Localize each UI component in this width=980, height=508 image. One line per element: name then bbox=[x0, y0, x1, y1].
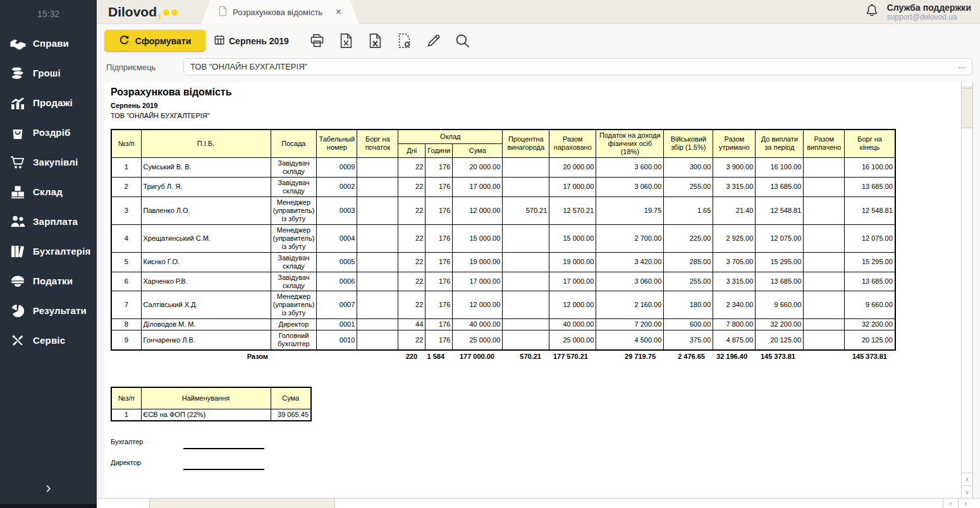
payroll-cell: 3 600.00 bbox=[596, 157, 664, 177]
report-settings-icon[interactable] bbox=[395, 32, 413, 50]
scroll-down-icon[interactable]: ∨ bbox=[962, 485, 972, 498]
payroll-cell: 7 800.00 bbox=[713, 319, 756, 330]
sidebar-item-purchases[interactable]: Закупівлі bbox=[0, 147, 97, 177]
tab-close-icon[interactable]: × bbox=[336, 7, 341, 17]
payroll-totals-row: Разом2201 584177 000.00570.21177 570.212… bbox=[111, 351, 889, 363]
payroll-cell bbox=[357, 157, 398, 177]
edit-icon[interactable] bbox=[424, 32, 442, 50]
payroll-cell bbox=[503, 252, 549, 272]
scroll-left-icon[interactable]: ‹ bbox=[943, 499, 958, 508]
sidebar-item-salary[interactable]: Зарплата bbox=[0, 207, 97, 236]
payroll-cell: 19 000.00 bbox=[549, 252, 596, 272]
tax-col-header: №з/п bbox=[111, 387, 141, 409]
payroll-cell: 9 660.00 bbox=[845, 291, 895, 319]
tax-row: 1ЄСВ на ФОП (22%)39 065.45 bbox=[111, 409, 311, 421]
payroll-row: 4Хрещатинський С.М.Менеджер (управитель)… bbox=[111, 224, 895, 252]
sidebar-item-sales[interactable]: Продажі bbox=[0, 88, 97, 118]
shopping-bag-icon bbox=[8, 125, 27, 140]
sidebar-item-warehouse[interactable]: Склад bbox=[0, 177, 97, 207]
payroll-cell bbox=[357, 224, 398, 252]
payroll-cell: 15 295.00 bbox=[845, 252, 895, 272]
payroll-cell: Гончаренко Л.В. bbox=[141, 330, 271, 350]
vertical-scrollbar-thumb[interactable] bbox=[962, 88, 972, 128]
payroll-cell: 22 bbox=[398, 291, 426, 319]
sidebar-item-label: Результати bbox=[33, 305, 87, 316]
export-pdf-icon[interactable] bbox=[337, 32, 355, 50]
tax-col-header: Сума bbox=[271, 387, 311, 409]
horizontal-scrollbar-thumb[interactable] bbox=[150, 499, 335, 508]
period-selector[interactable]: Серпень 2019 bbox=[214, 30, 289, 52]
signature-label: Бухгалтер bbox=[111, 438, 183, 445]
entrepreneur-input[interactable] bbox=[183, 58, 972, 75]
payroll-cell: 0006 bbox=[317, 272, 357, 291]
export-excel-icon[interactable] bbox=[366, 32, 384, 50]
vertical-scrollbar[interactable]: ∧ ∨ bbox=[961, 82, 973, 498]
signature-row: Бухгалтер bbox=[111, 435, 961, 449]
bell-icon[interactable] bbox=[864, 3, 879, 21]
dilovod-logo[interactable]: Dilovod, bbox=[108, 0, 178, 24]
sidebar-expand-chevron-icon[interactable]: › bbox=[0, 480, 97, 495]
totals-cell: 2 476.65 bbox=[658, 351, 707, 363]
payroll-cell: 176 bbox=[426, 157, 453, 177]
payroll-cell: 21.40 bbox=[713, 197, 756, 224]
tax-cell: 1 bbox=[111, 409, 141, 421]
payroll-cell: 176 bbox=[426, 177, 453, 197]
sidebar-item-taxes[interactable]: Податки bbox=[0, 266, 97, 296]
payroll-cell: Завідувач складу bbox=[271, 177, 317, 197]
col-header-paid: Разом виплачено bbox=[804, 130, 845, 157]
handshake-icon bbox=[8, 36, 27, 51]
tax-col-header: Найменування bbox=[141, 387, 271, 409]
books-icon bbox=[8, 244, 27, 259]
payroll-cell bbox=[804, 291, 845, 319]
sidebar-item-label: Податки bbox=[33, 275, 73, 286]
payroll-cell: 20 000.00 bbox=[453, 157, 503, 177]
payroll-cell bbox=[357, 177, 398, 197]
payroll-cell: 0009 bbox=[317, 157, 357, 177]
payroll-cell: 255.00 bbox=[664, 177, 713, 197]
scrollbar-corner bbox=[973, 498, 980, 508]
sidebar-item-retail[interactable]: Роздріб bbox=[0, 118, 97, 147]
col-header-accrued: Разом нараховано bbox=[549, 130, 596, 157]
payroll-cell: 0010 bbox=[317, 330, 357, 350]
payroll-cell: 176 bbox=[426, 330, 453, 350]
search-icon[interactable] bbox=[453, 32, 471, 50]
payroll-cell bbox=[804, 252, 845, 272]
ellipsis-more-icon[interactable]: … bbox=[958, 61, 967, 70]
payroll-cell: 12 000.00 bbox=[453, 291, 503, 319]
payroll-cell: 255.00 bbox=[664, 272, 713, 291]
payroll-cell: 40 000.00 bbox=[453, 319, 503, 330]
support-email[interactable]: support@delovod.ua bbox=[887, 13, 971, 21]
totals-cell: 177 000.00 bbox=[446, 351, 496, 363]
payroll-cell: 17 000.00 bbox=[453, 177, 503, 197]
scroll-right-icon[interactable]: › bbox=[958, 499, 973, 508]
payroll-cell: 13 685.00 bbox=[756, 177, 804, 197]
payroll-cell bbox=[503, 330, 549, 350]
payroll-cell: Салтівський Х.Д. bbox=[141, 291, 271, 319]
people-icon bbox=[8, 214, 27, 229]
payroll-table: №з/п П.І.Б. Посада Табельный номер Борг … bbox=[111, 129, 896, 351]
print-icon[interactable] bbox=[308, 32, 326, 50]
payroll-cell: 40 000.00 bbox=[549, 319, 596, 330]
totals-cell: 145 373.81 bbox=[749, 351, 797, 363]
signature-row: Директор bbox=[111, 456, 961, 470]
tab-payroll-report[interactable]: Розрахункова відомість × bbox=[201, 0, 359, 24]
sidebar-item-money[interactable]: Гроші bbox=[0, 58, 97, 88]
sidebar-item-accounting[interactable]: Бухгалтерія bbox=[0, 236, 97, 266]
tab-title: Розрахункова відомість bbox=[233, 8, 322, 17]
payroll-cell: 9 bbox=[111, 330, 141, 350]
sidebar-item-label: Роздріб bbox=[33, 127, 71, 138]
sidebar-item-deals[interactable]: Справи bbox=[0, 28, 97, 58]
payroll-row: 9Гончаренко Л.В.Головний бухгалтер001022… bbox=[111, 330, 895, 350]
horizontal-scrollbar[interactable]: ‹ › bbox=[97, 498, 973, 508]
payroll-cell: 176 bbox=[426, 291, 453, 319]
generate-button[interactable]: Сформувати bbox=[104, 30, 205, 52]
horizontal-scrollbar-track[interactable] bbox=[335, 499, 943, 508]
scroll-up-icon[interactable]: ∧ bbox=[962, 473, 972, 485]
sidebar-item-service[interactable]: Сервіс bbox=[0, 325, 97, 355]
support-block: Служба поддержки support@delovod.ua bbox=[864, 0, 971, 24]
signature-line bbox=[183, 461, 264, 470]
payroll-cell: Менеджер (управитель) із збуту bbox=[271, 197, 317, 224]
sidebar-item-results[interactable]: Результати bbox=[0, 296, 97, 325]
sidebar-bottom-strip bbox=[0, 504, 97, 508]
totals-cell: 145 373.81 bbox=[838, 351, 889, 363]
